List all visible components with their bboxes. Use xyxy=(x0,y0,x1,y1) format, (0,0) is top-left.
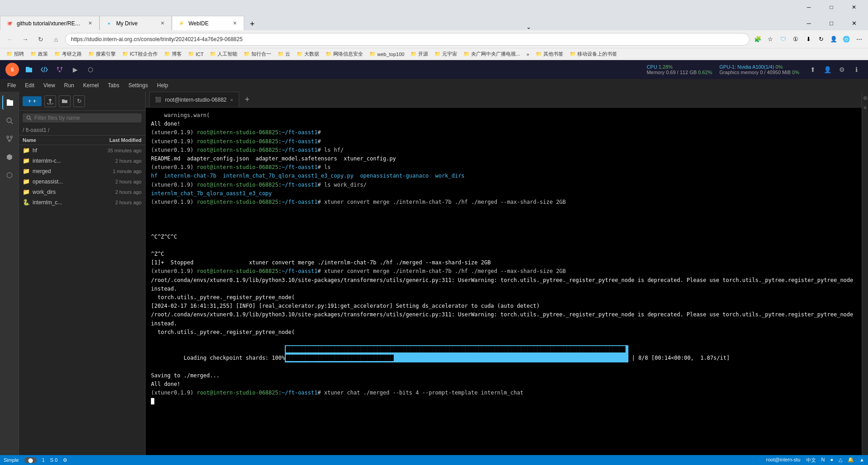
files-icon[interactable] xyxy=(23,63,35,76)
menu-view[interactable]: View xyxy=(40,81,59,90)
bookmark-blog[interactable]: 📁 博客 xyxy=(161,50,184,58)
app-top-icons: ▶ ⬡ xyxy=(23,63,97,76)
svg-point-8 xyxy=(10,136,12,138)
maximize-button[interactable]: □ xyxy=(821,0,842,14)
bookmark-cloud[interactable]: 📁 云 xyxy=(275,50,293,58)
status-toggle[interactable]: ⬤ xyxy=(24,457,37,463)
bookmark-zhaoping[interactable]: 📁 招聘 xyxy=(4,50,27,58)
forward-button[interactable]: → xyxy=(19,33,32,46)
profile-icon[interactable]: ① xyxy=(790,34,801,45)
menu-run[interactable]: Run xyxy=(61,81,78,90)
tab-1-title: github tutorial/xtuner/README.md xyxy=(17,20,83,27)
bookmark-other[interactable]: 📁 其他书签 xyxy=(533,50,566,58)
info-icon[interactable]: ℹ xyxy=(850,63,863,76)
minimize-button[interactable]: ─ xyxy=(798,0,819,14)
sidebar-debug-icon[interactable]: ⬢ xyxy=(2,150,17,164)
bookmark-zhixing[interactable]: 📁 知行合一 xyxy=(241,50,274,58)
new-file-button[interactable]: + + xyxy=(23,96,42,106)
bookmark-bigdata[interactable]: 📁 大数据 xyxy=(294,50,322,58)
file-item-workdirs[interactable]: 📁 work_dirs 2 hours ago xyxy=(19,187,145,197)
terminal-content[interactable]: warnings.warn( All done! (xtuner0.1.9) r… xyxy=(146,108,862,465)
tab-overflow[interactable]: ⌄ xyxy=(523,23,535,30)
address-input[interactable] xyxy=(65,33,750,46)
terminal-new-tab-button[interactable]: + xyxy=(241,93,254,106)
bookmark-search[interactable]: 📁 搜索引擎 xyxy=(85,50,118,58)
file-list: 📁 hf 35 minutes ago 📁 internlm-c... 2 ho… xyxy=(19,145,145,465)
download-icon[interactable]: ⬇ xyxy=(803,34,814,45)
graphics-label: Graphics memory 0 / 40950 MiB 0% xyxy=(719,70,799,75)
more-icon[interactable]: ⋯ xyxy=(854,34,864,45)
back-button[interactable]: ← xyxy=(4,33,16,46)
tab-2-close[interactable]: ✕ xyxy=(159,20,166,27)
file-item-internlm-py[interactable]: 🐍 internlm_c... 2 hours ago xyxy=(19,197,145,207)
file-item-merged[interactable]: 📁 merged 1 minute ago xyxy=(19,166,145,176)
bookmark-opensource[interactable]: 📁 开源 xyxy=(408,50,431,58)
term-line: (xtuner0.1.9) root@intern-studio-068825:… xyxy=(151,137,856,146)
svg-line-6 xyxy=(11,122,13,124)
sidebar-git-icon[interactable] xyxy=(2,132,17,146)
star-icon[interactable]: ☆ xyxy=(765,34,776,45)
right-panel-settings[interactable]: ⚙ xyxy=(863,95,868,101)
code-icon[interactable] xyxy=(38,63,51,76)
bookmark-cctv[interactable]: 📁 央广网中央广播电视... xyxy=(461,50,523,58)
bookmark-ict2[interactable]: 📁 ICT xyxy=(185,50,207,58)
upload-folder-button[interactable] xyxy=(59,95,71,107)
tab-1-close[interactable]: ✕ xyxy=(86,20,94,27)
home-button[interactable]: ⌂ xyxy=(50,33,62,46)
sidebar-files-icon[interactable] xyxy=(2,95,17,110)
term-line: torch.utils._pytree._register_pytree_nod… xyxy=(151,328,856,337)
profile-top-icon[interactable]: 👤 xyxy=(821,63,834,76)
menu-settings[interactable]: Settings xyxy=(125,81,151,90)
menu-help[interactable]: Help xyxy=(153,81,172,90)
bookmark-zhengce[interactable]: 📁 政策 xyxy=(28,50,51,58)
file-search-box[interactable] xyxy=(23,113,142,122)
browser-tab-2[interactable]: ● My Drive ✕ xyxy=(99,16,172,30)
user-icon[interactable]: 👤 xyxy=(828,34,839,45)
refresh-button[interactable]: ↻ xyxy=(34,33,47,46)
browser-maximize[interactable]: □ xyxy=(821,16,842,30)
status-settings-icon[interactable]: ⚙ xyxy=(63,457,67,463)
extensions-icon[interactable]: 🧩 xyxy=(752,34,763,45)
sidebar-extensions-icon[interactable]: ⬡ xyxy=(2,168,17,182)
terminal-tab-1[interactable]: ⬛ root@intern-studio-06882 × xyxy=(149,92,239,107)
menu-file[interactable]: File xyxy=(4,81,19,90)
svg-point-3 xyxy=(61,67,62,69)
tab-3-close[interactable]: ✕ xyxy=(231,20,238,27)
file-item-internlm[interactable]: 📁 internlm-c... 2 hours ago xyxy=(19,155,145,166)
browser-tab-1[interactable]: 🐙 github tutorial/xtuner/README.md ✕ xyxy=(0,16,99,30)
bookmark-ai[interactable]: 📁 人工智能 xyxy=(207,50,240,58)
bookmark-web100[interactable]: 📁 web_top100 xyxy=(367,50,407,58)
menu-edit[interactable]: Edit xyxy=(21,81,38,90)
settings-top-icon[interactable]: ⚙ xyxy=(835,63,848,76)
file-item-hf[interactable]: 📁 hf 35 minutes ago xyxy=(19,145,145,155)
source-control-icon[interactable] xyxy=(53,63,66,76)
shield-icon: 🛡 xyxy=(778,34,788,45)
menu-kernel[interactable]: Kernel xyxy=(80,81,103,90)
upload-icon[interactable]: ⬆ xyxy=(807,63,819,76)
close-button[interactable]: ✕ xyxy=(844,0,864,14)
sidebar-search-icon[interactable] xyxy=(2,113,17,128)
run-icon[interactable]: ▶ xyxy=(69,63,81,76)
browser-close[interactable]: ✕ xyxy=(844,16,864,30)
bookmark-metaverse[interactable]: 📁 元宇宙 xyxy=(432,50,460,58)
bookmark-ict[interactable]: 📁 ICT校企合作 xyxy=(119,50,160,58)
terminal-tab-close[interactable]: × xyxy=(230,97,233,103)
browser-minimize[interactable]: ─ xyxy=(798,16,819,30)
bookmark-kaoyan[interactable]: 📁 考研之路 xyxy=(52,50,85,58)
bookmark-security[interactable]: 📁 网络信息安全 xyxy=(323,50,366,58)
bookmark-more[interactable]: » xyxy=(524,51,532,58)
status-simple[interactable]: Simple xyxy=(4,457,19,463)
sync-icon[interactable]: ↻ xyxy=(816,34,826,45)
term-line: (xtuner0.1.9) root@intern-studio-068825:… xyxy=(151,146,856,155)
extensions-sidebar-icon[interactable]: ⬡ xyxy=(84,63,97,76)
refresh-files-button[interactable]: ↻ xyxy=(73,95,85,107)
globe-icon[interactable]: 🌐 xyxy=(841,34,852,45)
bookmark-mobile[interactable]: 📁 移动设备上的书签 xyxy=(567,50,620,58)
right-panel-icon2[interactable]: ≡ xyxy=(863,105,866,110)
file-search-input[interactable] xyxy=(34,115,138,121)
menu-tabs[interactable]: Tabs xyxy=(104,81,123,90)
browser-tab-3[interactable]: ⚡ WebIDE ✕ xyxy=(172,16,244,30)
file-item-openassist[interactable]: 📁 openassist... 2 hours ago xyxy=(19,176,145,187)
upload-files-button[interactable] xyxy=(44,95,56,107)
new-tab-button[interactable]: + xyxy=(246,18,259,30)
